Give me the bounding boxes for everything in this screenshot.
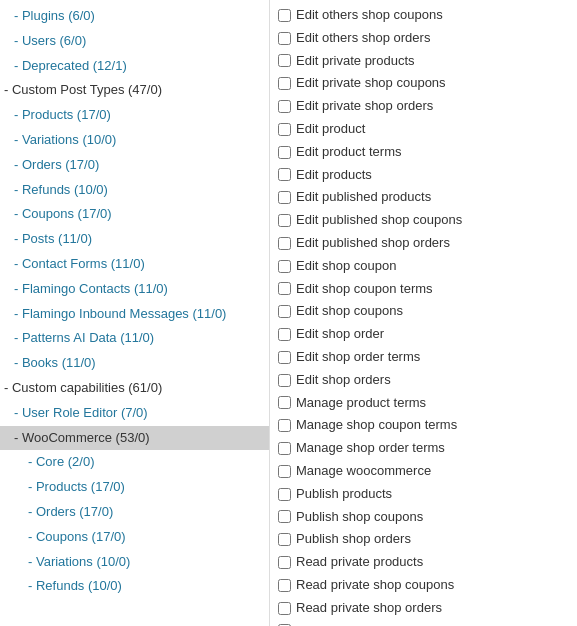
sidebar-item-orders2[interactable]: - Orders (17/0)	[0, 500, 269, 525]
capability-label-edit-private-shop-orders: Edit private shop orders	[296, 96, 433, 117]
sidebar-item-products[interactable]: - Products (17/0)	[0, 103, 269, 128]
capability-row-manage-product-terms: Manage product terms	[278, 392, 569, 415]
capability-row-read-private-shop-orders: Read private shop orders	[278, 597, 569, 620]
sidebar-item-contact-forms[interactable]: - Contact Forms (11/0)	[0, 252, 269, 277]
capability-row-edit-published-products: Edit published products	[278, 186, 569, 209]
capability-row-edit-shop-orders: Edit shop orders	[278, 369, 569, 392]
sidebar-item-products2[interactable]: - Products (17/0)	[0, 475, 269, 500]
checkbox-edit-private-shop-coupons[interactable]	[278, 77, 291, 90]
capability-row-manage-shop-order-terms: Manage shop order terms	[278, 437, 569, 460]
sidebar-item-users[interactable]: - Users (6/0)	[0, 29, 269, 54]
sidebar-item-variations2[interactable]: - Variations (10/0)	[0, 550, 269, 575]
checkbox-edit-others-shop-coupons[interactable]	[278, 9, 291, 22]
checkbox-edit-private-shop-orders[interactable]	[278, 100, 291, 113]
sidebar-item-posts[interactable]: - Posts (11/0)	[0, 227, 269, 252]
capability-label-read-private-shop-orders: Read private shop orders	[296, 598, 442, 619]
checkbox-edit-others-shop-orders[interactable]	[278, 32, 291, 45]
left-panel: - Plugins (6/0)- Users (6/0)- Deprecated…	[0, 0, 270, 626]
sidebar-item-flamingo-inbound[interactable]: - Flamingo Inbound Messages (11/0)	[0, 302, 269, 327]
checkbox-manage-shop-coupon-terms[interactable]	[278, 419, 291, 432]
sidebar-item-refunds[interactable]: - Refunds (10/0)	[0, 178, 269, 203]
checkbox-manage-product-terms[interactable]	[278, 396, 291, 409]
capability-label-edit-shop-order: Edit shop order	[296, 324, 384, 345]
capability-label-edit-shop-coupon: Edit shop coupon	[296, 256, 396, 277]
capability-row-edit-published-shop-orders: Edit published shop orders	[278, 232, 569, 255]
capability-row-edit-products: Edit products	[278, 164, 569, 187]
capability-row-edit-shop-coupons: Edit shop coupons	[278, 300, 569, 323]
capability-label-read-private-shop-coupons: Read private shop coupons	[296, 575, 454, 596]
sidebar-item-coupons[interactable]: - Coupons (17/0)	[0, 202, 269, 227]
checkbox-edit-published-products[interactable]	[278, 191, 291, 204]
checkbox-edit-product-terms[interactable]	[278, 146, 291, 159]
capability-label-edit-shop-order-terms: Edit shop order terms	[296, 347, 420, 368]
capability-row-edit-shop-coupon: Edit shop coupon	[278, 255, 569, 278]
sidebar-item-plugins[interactable]: - Plugins (6/0)	[0, 4, 269, 29]
capability-label-edit-product-terms: Edit product terms	[296, 142, 402, 163]
right-panel: Edit others shop couponsEdit others shop…	[270, 0, 577, 626]
capability-label-edit-private-products: Edit private products	[296, 51, 415, 72]
sidebar-item-custom-capabilities[interactable]: - Custom capabilities (61/0)	[0, 376, 269, 401]
sidebar-item-flamingo-contacts[interactable]: - Flamingo Contacts (11/0)	[0, 277, 269, 302]
capability-row-publish-shop-orders: Publish shop orders	[278, 528, 569, 551]
capability-row-publish-products: Publish products	[278, 483, 569, 506]
capability-row-edit-others-shop-orders: Edit others shop orders	[278, 27, 569, 50]
sidebar-item-user-role-editor[interactable]: - User Role Editor (7/0)	[0, 401, 269, 426]
capability-row-edit-others-shop-coupons: Edit others shop coupons	[278, 4, 569, 27]
capability-label-edit-published-products: Edit published products	[296, 187, 431, 208]
checkbox-edit-shop-order[interactable]	[278, 328, 291, 341]
sidebar-item-deprecated[interactable]: - Deprecated (12/1)	[0, 54, 269, 79]
checkbox-edit-shop-coupon[interactable]	[278, 260, 291, 273]
capability-row-edit-shop-coupon-terms: Edit shop coupon terms	[278, 278, 569, 301]
sidebar-item-patterns-ai[interactable]: - Patterns AI Data (11/0)	[0, 326, 269, 351]
capability-label-edit-shop-coupons: Edit shop coupons	[296, 301, 403, 322]
checkbox-read-private-shop-coupons[interactable]	[278, 579, 291, 592]
capability-row-edit-private-shop-coupons: Edit private shop coupons	[278, 72, 569, 95]
checkbox-edit-published-shop-coupons[interactable]	[278, 214, 291, 227]
checkbox-edit-shop-orders[interactable]	[278, 374, 291, 387]
capability-row-edit-shop-order-terms: Edit shop order terms	[278, 346, 569, 369]
checkbox-edit-products[interactable]	[278, 168, 291, 181]
checkbox-read-private-shop-orders[interactable]	[278, 602, 291, 615]
checkbox-publish-shop-orders[interactable]	[278, 533, 291, 546]
capability-label-edit-shop-orders: Edit shop orders	[296, 370, 391, 391]
checkbox-edit-shop-coupons[interactable]	[278, 305, 291, 318]
checkbox-edit-private-products[interactable]	[278, 54, 291, 67]
sidebar-item-refunds2[interactable]: - Refunds (10/0)	[0, 574, 269, 599]
sidebar-item-woocommerce[interactable]: - WooCommerce (53/0)	[0, 426, 269, 451]
capability-label-manage-woocommerce: Manage woocommerce	[296, 461, 431, 482]
capability-label-publish-shop-orders: Publish shop orders	[296, 529, 411, 550]
capability-row-edit-private-products: Edit private products	[278, 50, 569, 73]
sidebar-item-custom-post-types[interactable]: - Custom Post Types (47/0)	[0, 78, 269, 103]
capability-row-read-private-products: Read private products	[278, 551, 569, 574]
capability-label-edit-private-shop-coupons: Edit private shop coupons	[296, 73, 446, 94]
main-container: - Plugins (6/0)- Users (6/0)- Deprecated…	[0, 0, 577, 626]
sidebar-item-core[interactable]: - Core (2/0)	[0, 450, 269, 475]
capability-row-manage-shop-coupon-terms: Manage shop coupon terms	[278, 414, 569, 437]
checkbox-edit-published-shop-orders[interactable]	[278, 237, 291, 250]
capability-label-publish-shop-coupons: Publish shop coupons	[296, 507, 423, 528]
checkbox-publish-products[interactable]	[278, 488, 291, 501]
checkbox-manage-shop-order-terms[interactable]	[278, 442, 291, 455]
capability-label-publish-products: Publish products	[296, 484, 392, 505]
capability-row-publish-shop-coupons: Publish shop coupons	[278, 506, 569, 529]
checkbox-publish-shop-coupons[interactable]	[278, 510, 291, 523]
capability-row-read-product: Read product	[278, 620, 569, 626]
sidebar-item-coupons2[interactable]: - Coupons (17/0)	[0, 525, 269, 550]
capability-row-edit-product-terms: Edit product terms	[278, 141, 569, 164]
sidebar-item-orders[interactable]: - Orders (17/0)	[0, 153, 269, 178]
sidebar-item-variations[interactable]: - Variations (10/0)	[0, 128, 269, 153]
capability-label-edit-product: Edit product	[296, 119, 365, 140]
capability-row-edit-published-shop-coupons: Edit published shop coupons	[278, 209, 569, 232]
capability-label-edit-products: Edit products	[296, 165, 372, 186]
capability-row-manage-woocommerce: Manage woocommerce	[278, 460, 569, 483]
capability-label-edit-shop-coupon-terms: Edit shop coupon terms	[296, 279, 433, 300]
checkbox-manage-woocommerce[interactable]	[278, 465, 291, 478]
checkbox-edit-product[interactable]	[278, 123, 291, 136]
checkbox-edit-shop-coupon-terms[interactable]	[278, 282, 291, 295]
capability-label-manage-product-terms: Manage product terms	[296, 393, 426, 414]
checkbox-read-private-products[interactable]	[278, 556, 291, 569]
capability-label-edit-others-shop-orders: Edit others shop orders	[296, 28, 430, 49]
capability-label-read-product: Read product	[296, 621, 374, 626]
sidebar-item-books[interactable]: - Books (11/0)	[0, 351, 269, 376]
checkbox-edit-shop-order-terms[interactable]	[278, 351, 291, 364]
